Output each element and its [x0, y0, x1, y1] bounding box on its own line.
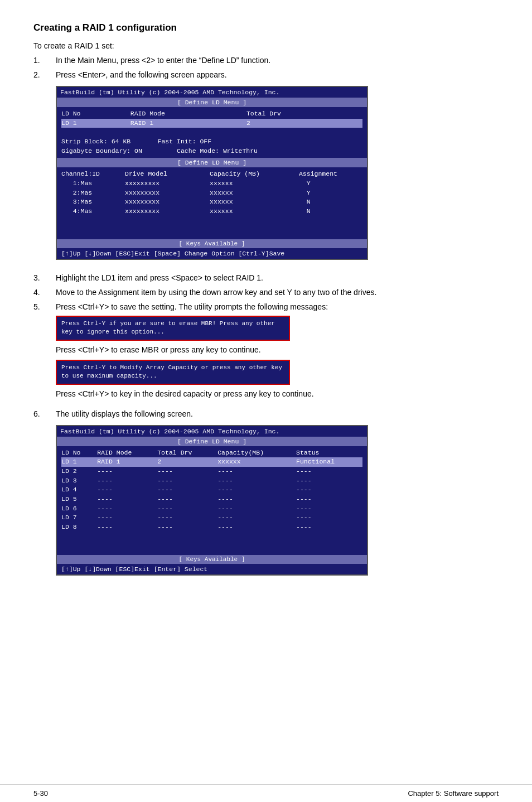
code-box-2: Press Ctrl-Y to Modify Array Capacity or…: [56, 360, 290, 385]
screen2-col-header: LD No RAID Mode Total Drv Capacity(MB) S…: [61, 448, 362, 458]
screen2-keys-row: [↑]Up [↓]Down [ESC]Exit [Enter] Select: [57, 564, 367, 574]
screen2-ld6-row: LD 6 ---- ---- ---- ----: [61, 504, 362, 514]
code2-line1: Press Ctrl-Y to Modify Array Capacity or…: [61, 364, 282, 371]
step-5-content: Press <Ctrl+Y> to save the setting. The …: [56, 302, 499, 404]
screen1-ld1-row: LD 1 RAID 1 2: [61, 119, 362, 128]
screen2-ld7-row: LD 7 ---- ---- ---- ----: [61, 513, 362, 523]
screen1-body-top: LD No RAID Mode Total Drv LD 1 RAID 1 2: [57, 107, 367, 158]
step-3-text: Highlight the LD1 item and press <Space>…: [56, 273, 499, 282]
screen2-ld8-row: LD 8 ---- ---- ---- ----: [61, 523, 362, 532]
screen2-ld1-row: LD 1 RAID 1 2 xxxxxx Functional: [61, 457, 362, 467]
step-1: In the Main Menu, press <2> to enter the…: [33, 56, 499, 65]
footer-left: 5-30: [33, 789, 48, 798]
screen2-table: LD No RAID Mode Total Drv Capacity(MB) S…: [61, 448, 362, 532]
step-5-text: Press <Ctrl+Y> to save the setting. The …: [56, 302, 328, 311]
screen1-col-ld-no: LD No: [61, 109, 130, 119]
screen1-table-top: LD No RAID Mode Total Drv LD 1 RAID 1 2: [61, 109, 362, 128]
screen2: FastBuild (tm) Utility (c) 2004-2005 AMD…: [56, 425, 368, 576]
screen1-title1: [ Define LD Menu ]: [57, 98, 367, 107]
code2-line2: to use maxinum capacity...: [61, 373, 157, 379]
screen2-keys-title: [ Keys Available ]: [57, 555, 367, 564]
screen1-drive-model: Drive Model: [125, 170, 195, 179]
screen1-drive-3: 3:Mas xxxxxxxxx xxxxxx N: [61, 197, 362, 207]
between-text-2: Press <Ctrl+Y> to key in the desired cap…: [56, 389, 499, 398]
page-title: Creating a RAID 1 configuration: [33, 22, 499, 33]
screen2-body: LD No RAID Mode Total Drv Capacity(MB) S…: [57, 446, 367, 553]
screen1-col-total-drv: Total Drv: [246, 109, 362, 119]
screen1-drive-1: 1:Mas xxxxxxxxx xxxxxx Y: [61, 179, 362, 189]
step-4-text: Move to the Assignment item by using the…: [56, 288, 499, 297]
page-container: Creating a RAID 1 configuration To creat…: [0, 0, 532, 622]
step-6-text: The utility displays the following scree…: [56, 409, 193, 418]
code-box-1: Press Ctrl-Y if you are sure to erase MB…: [56, 316, 290, 341]
screen1-drive-2: 2:Mas xxxxxxxxx xxxxxx Y: [61, 189, 362, 198]
screen1-drive-table: Channel:ID Drive Model Capacity (MB) Ass…: [61, 170, 362, 216]
screen1-drive-header: Channel:ID Drive Model Capacity (MB) Ass…: [61, 170, 362, 179]
step-2-content: Press <Enter>, and the following screen …: [56, 70, 499, 268]
screen1-gigabyte: Gigabyte Boundary: ON Cache Mode: WriteT…: [61, 147, 362, 156]
screen1-col-raid-mode: RAID Mode: [130, 109, 246, 119]
steps-list: In the Main Menu, press <2> to enter the…: [33, 56, 499, 583]
screen1-header: FastBuild (tm) Utility (c) 2004-2005 AMD…: [57, 87, 367, 98]
screen1-drive-4: 4:Mas xxxxxxxxx xxxxxx N: [61, 207, 362, 216]
code1-line1: Press Ctrl-Y if you are sure to erase MB…: [61, 320, 275, 327]
screen1-title2: [ Define LD Menu ]: [57, 158, 367, 167]
step-4: Move to the Assignment item by using the…: [33, 288, 499, 297]
screen1-col-header-row: LD No RAID Mode Total Drv: [61, 109, 362, 119]
step-3: Highlight the LD1 item and press <Space>…: [33, 273, 499, 282]
screen2-ld5-row: LD 5 ---- ---- ---- ----: [61, 495, 362, 504]
screen1-keys-row: [↑]Up [↓]Down [ESC]Exit [Space] Change O…: [57, 248, 367, 259]
screen1: FastBuild (tm) Utility (c) 2004-2005 AMD…: [56, 86, 368, 260]
step-2-text: Press <Enter>, and the following screen …: [56, 70, 227, 79]
step-2: Press <Enter>, and the following screen …: [33, 70, 499, 268]
between-text-1: Press <Ctrl+Y> to erase MBR or press any…: [56, 345, 499, 354]
screen1-drive-channel: Channel:ID: [61, 170, 125, 179]
step-5: Press <Ctrl+Y> to save the setting. The …: [33, 302, 499, 404]
screen2-ld2-row: LD 2 ---- ---- ---- ----: [61, 467, 362, 476]
screen1-drive-assign: Assignment: [299, 170, 362, 179]
step-1-text: In the Main Menu, press <2> to enter the…: [56, 56, 499, 65]
screen1-ld1-drv: 2: [246, 119, 362, 128]
screen2-header: FastBuild (tm) Utility (c) 2004-2005 AMD…: [57, 426, 367, 437]
step-6-content: The utility displays the following scree…: [56, 409, 499, 583]
intro-text: To create a RAID 1 set:: [33, 41, 499, 50]
code1-line2: key to ignore this option...: [61, 328, 165, 335]
screen1-strip: Strip Block: 64 KB Fast Init: OFF: [61, 137, 362, 147]
footer: 5-30 Chapter 5: Software support: [0, 784, 532, 802]
step-6: The utility displays the following scree…: [33, 409, 499, 583]
footer-right: Chapter 5: Software support: [408, 789, 499, 798]
screen1-ld1-mode: RAID 1: [130, 119, 246, 128]
screen1-ld1-no: LD 1: [61, 119, 130, 128]
screen2-ld4-row: LD 4 ---- ---- ---- ----: [61, 485, 362, 495]
screen1-drive-capacity: Capacity (MB): [195, 170, 299, 179]
screen1-keys-title: [ Keys Available ]: [57, 239, 367, 248]
screen2-ld3-row: LD 3 ---- ---- ---- ----: [61, 476, 362, 486]
screen1-body-bottom: Channel:ID Drive Model Capacity (MB) Ass…: [57, 167, 367, 237]
screen2-title: [ Define LD Menu ]: [57, 437, 367, 446]
